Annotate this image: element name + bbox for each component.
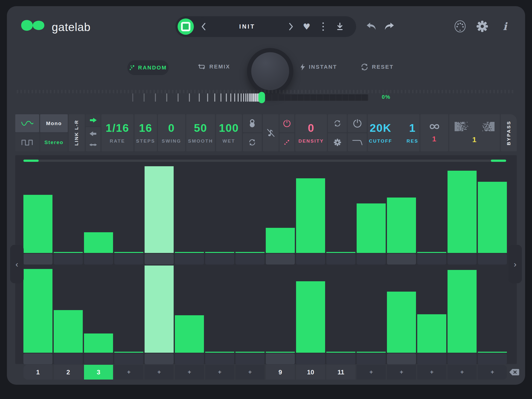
infinity-module[interactable]: 1 xyxy=(420,114,448,151)
add-pattern-button[interactable]: + xyxy=(478,365,507,380)
density-module[interactable]: 0 DENSITY xyxy=(295,114,327,151)
step-bar[interactable] xyxy=(357,266,386,353)
filter-type-button[interactable] xyxy=(348,133,367,151)
step-bar[interactable] xyxy=(478,266,507,353)
instant-button[interactable]: INSTANT xyxy=(300,63,337,71)
steps-module[interactable]: 16 STEPS xyxy=(134,114,157,151)
mute-button[interactable] xyxy=(263,114,279,151)
step-bar[interactable] xyxy=(296,166,325,253)
undo-button[interactable] xyxy=(366,22,377,32)
preset-name[interactable]: INIT xyxy=(210,23,284,30)
add-pattern-button[interactable]: + xyxy=(448,365,477,380)
step-bar[interactable] xyxy=(145,166,174,253)
step-bar[interactable] xyxy=(54,166,83,253)
step-bar[interactable] xyxy=(23,266,52,353)
add-pattern-button[interactable]: + xyxy=(205,365,234,380)
rate-module[interactable]: 1/16 RATE xyxy=(101,114,133,151)
gate-bar[interactable] xyxy=(84,232,113,253)
step-bar[interactable] xyxy=(326,266,355,353)
step-bar[interactable] xyxy=(417,266,446,353)
step-bar[interactable] xyxy=(175,166,204,253)
step-bar[interactable] xyxy=(387,166,416,253)
density-random-button[interactable] xyxy=(280,133,294,151)
favorite-button[interactable]: ♥ xyxy=(298,16,316,37)
step-bar[interactable] xyxy=(114,166,143,253)
preset-prev-button[interactable] xyxy=(197,16,210,37)
step-bar[interactable] xyxy=(114,266,143,353)
arrow-left-icon[interactable] xyxy=(89,131,97,136)
step-bar[interactable] xyxy=(357,166,386,253)
gate-bar[interactable] xyxy=(448,171,477,253)
reset-button[interactable]: RESET xyxy=(361,63,394,71)
pattern-button-9[interactable]: 9 xyxy=(266,365,295,380)
forward-button[interactable] xyxy=(86,114,100,126)
delete-pattern-button[interactable] xyxy=(508,367,521,377)
gate-bar[interactable] xyxy=(387,292,416,353)
step-bar[interactable] xyxy=(145,266,174,353)
step-bar[interactable] xyxy=(205,266,234,353)
step-bar[interactable] xyxy=(448,166,477,253)
smooth-module[interactable]: 50 SMOOTH xyxy=(186,114,215,151)
pattern-button-10[interactable]: 10 xyxy=(296,365,325,380)
gate-bar[interactable] xyxy=(357,203,386,253)
random-button[interactable]: RANDOM xyxy=(127,60,169,75)
gate-bar[interactable] xyxy=(145,266,174,353)
lock-button[interactable] xyxy=(243,114,262,132)
gate-bar[interactable] xyxy=(296,178,325,253)
pingpong-arrow-icon[interactable] xyxy=(89,143,97,147)
add-pattern-button[interactable]: + xyxy=(387,365,416,380)
step-bar[interactable] xyxy=(84,266,113,353)
add-pattern-button[interactable]: + xyxy=(235,365,265,380)
gate-bar[interactable] xyxy=(448,270,477,353)
pattern-button-11[interactable]: 11 xyxy=(326,365,355,380)
step-bar[interactable] xyxy=(266,266,295,353)
bypass-button[interactable]: BYPASS xyxy=(501,114,517,151)
add-pattern-button[interactable]: + xyxy=(145,365,174,380)
settings-button[interactable] xyxy=(475,20,489,33)
loop-end-marker[interactable] xyxy=(491,160,506,162)
step-bar[interactable] xyxy=(326,166,355,253)
link-lr-button[interactable]: LINK L-R xyxy=(69,114,85,151)
pattern-button-1[interactable]: 1 xyxy=(23,365,52,380)
noise-module[interactable]: 1 xyxy=(449,114,500,151)
preset-next-button[interactable] xyxy=(284,16,298,37)
step-bar[interactable] xyxy=(417,166,446,253)
loop-rail[interactable] xyxy=(23,160,506,162)
filter-settings-button[interactable] xyxy=(328,133,347,151)
pattern-button-2[interactable]: 2 xyxy=(54,365,83,380)
loop-start-marker[interactable] xyxy=(23,160,39,162)
gate-bar[interactable] xyxy=(54,310,83,353)
step-bar[interactable] xyxy=(478,166,507,253)
add-pattern-button[interactable]: + xyxy=(175,365,204,380)
gate-bar[interactable] xyxy=(84,333,113,353)
slider-handle[interactable] xyxy=(258,92,265,103)
next-page-button[interactable]: › xyxy=(508,245,522,283)
gate-bar[interactable] xyxy=(23,195,52,253)
gate-bar[interactable] xyxy=(23,269,52,353)
gate-bar[interactable] xyxy=(417,314,446,353)
relock-button[interactable] xyxy=(243,133,262,151)
remix-button[interactable]: REMIX xyxy=(197,63,230,70)
step-bar[interactable] xyxy=(235,266,265,353)
gate-bar[interactable] xyxy=(296,281,325,353)
swing-module[interactable]: 0 SWING xyxy=(158,114,185,151)
step-bar[interactable] xyxy=(175,266,204,353)
prev-page-button[interactable]: ‹ xyxy=(10,245,24,283)
add-pattern-button[interactable]: + xyxy=(417,365,446,380)
step-bar[interactable] xyxy=(266,166,295,253)
gate-bar[interactable] xyxy=(266,228,295,253)
gate-bar[interactable] xyxy=(145,166,174,253)
step-bar[interactable] xyxy=(205,166,234,253)
step-bar[interactable] xyxy=(235,166,265,253)
gate-bar[interactable] xyxy=(387,198,416,253)
wet-module[interactable]: 100 WET xyxy=(216,114,242,151)
step-bar[interactable] xyxy=(448,266,477,353)
midi-button[interactable] xyxy=(453,20,467,33)
filter-power-button[interactable] xyxy=(348,114,367,132)
pattern-button-3[interactable]: 3 xyxy=(84,365,113,380)
main-knob[interactable] xyxy=(247,48,293,94)
gate-bar[interactable] xyxy=(478,182,507,253)
step-bar[interactable] xyxy=(387,266,416,353)
play-stop-button[interactable] xyxy=(178,18,194,35)
sine-wave-button[interactable] xyxy=(15,114,39,132)
